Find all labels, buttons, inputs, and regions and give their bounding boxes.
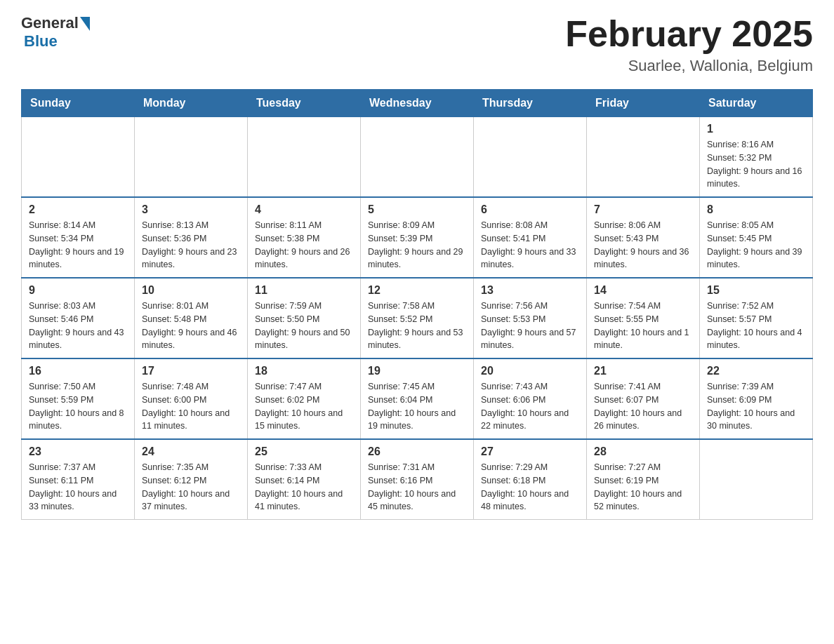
day-number: 10 — [142, 284, 240, 297]
day-info: Sunrise: 8:11 AM Sunset: 5:38 PM Dayligh… — [255, 219, 353, 271]
calendar-cell: 11Sunrise: 7:59 AM Sunset: 5:50 PM Dayli… — [248, 278, 361, 358]
calendar-cell: 27Sunrise: 7:29 AM Sunset: 6:18 PM Dayli… — [474, 439, 587, 520]
day-info: Sunrise: 8:09 AM Sunset: 5:39 PM Dayligh… — [368, 219, 466, 271]
day-info: Sunrise: 7:39 AM Sunset: 6:09 PM Dayligh… — [707, 380, 805, 433]
calendar-cell: 5Sunrise: 8:09 AM Sunset: 5:39 PM Daylig… — [361, 197, 474, 278]
day-info: Sunrise: 7:43 AM Sunset: 6:06 PM Dayligh… — [481, 380, 579, 433]
day-number: 20 — [481, 365, 579, 377]
calendar-cell: 7Sunrise: 8:06 AM Sunset: 5:43 PM Daylig… — [587, 197, 700, 278]
calendar-week-row: 23Sunrise: 7:37 AM Sunset: 6:11 PM Dayli… — [22, 439, 813, 520]
day-number: 19 — [368, 365, 466, 377]
day-info: Sunrise: 7:48 AM Sunset: 6:00 PM Dayligh… — [142, 380, 240, 433]
calendar-cell: 2Sunrise: 8:14 AM Sunset: 5:34 PM Daylig… — [22, 197, 135, 278]
day-number: 28 — [594, 445, 692, 458]
day-info: Sunrise: 8:13 AM Sunset: 5:36 PM Dayligh… — [142, 219, 240, 271]
day-info: Sunrise: 8:05 AM Sunset: 5:45 PM Dayligh… — [707, 219, 805, 271]
calendar-cell: 1Sunrise: 8:16 AM Sunset: 5:32 PM Daylig… — [700, 117, 813, 198]
weekday-header-sunday: Sunday — [22, 90, 135, 117]
weekday-header-thursday: Thursday — [474, 90, 587, 117]
day-number: 1 — [707, 123, 805, 135]
calendar-cell — [474, 117, 587, 198]
weekday-header-friday: Friday — [587, 90, 700, 117]
calendar-cell: 25Sunrise: 7:33 AM Sunset: 6:14 PM Dayli… — [248, 439, 361, 520]
day-number: 15 — [707, 284, 805, 297]
day-info: Sunrise: 8:14 AM Sunset: 5:34 PM Dayligh… — [29, 219, 127, 271]
day-info: Sunrise: 7:31 AM Sunset: 6:16 PM Dayligh… — [368, 461, 466, 514]
calendar-cell — [587, 117, 700, 198]
calendar-week-row: 16Sunrise: 7:50 AM Sunset: 5:59 PM Dayli… — [22, 358, 813, 439]
day-number: 25 — [255, 445, 353, 458]
calendar-cell: 6Sunrise: 8:08 AM Sunset: 5:41 PM Daylig… — [474, 197, 587, 278]
day-number: 18 — [255, 365, 353, 377]
day-info: Sunrise: 7:52 AM Sunset: 5:57 PM Dayligh… — [707, 300, 805, 352]
title-block: February 2025 Suarlee, Wallonia, Belgium — [565, 14, 813, 75]
day-number: 6 — [481, 203, 579, 216]
logo-general-text: General — [21, 14, 79, 32]
day-number: 2 — [29, 203, 127, 216]
day-info: Sunrise: 7:45 AM Sunset: 6:04 PM Dayligh… — [368, 380, 466, 433]
day-info: Sunrise: 7:35 AM Sunset: 6:12 PM Dayligh… — [142, 461, 240, 514]
calendar-cell — [248, 117, 361, 198]
day-info: Sunrise: 7:29 AM Sunset: 6:18 PM Dayligh… — [481, 461, 579, 514]
day-number: 23 — [29, 445, 127, 458]
day-info: Sunrise: 8:01 AM Sunset: 5:48 PM Dayligh… — [142, 300, 240, 352]
day-number: 12 — [368, 284, 466, 297]
calendar-cell — [135, 117, 248, 198]
weekday-header-wednesday: Wednesday — [361, 90, 474, 117]
day-number: 4 — [255, 203, 353, 216]
calendar-cell: 13Sunrise: 7:56 AM Sunset: 5:53 PM Dayli… — [474, 278, 587, 358]
day-number: 24 — [142, 445, 240, 458]
calendar-cell: 20Sunrise: 7:43 AM Sunset: 6:06 PM Dayli… — [474, 358, 587, 439]
day-info: Sunrise: 7:41 AM Sunset: 6:07 PM Dayligh… — [594, 380, 692, 433]
location-subtitle: Suarlee, Wallonia, Belgium — [565, 57, 813, 75]
calendar-cell: 3Sunrise: 8:13 AM Sunset: 5:36 PM Daylig… — [135, 197, 248, 278]
calendar-cell — [361, 117, 474, 198]
day-number: 27 — [481, 445, 579, 458]
calendar-week-row: 1Sunrise: 8:16 AM Sunset: 5:32 PM Daylig… — [22, 117, 813, 198]
calendar-cell: 4Sunrise: 8:11 AM Sunset: 5:38 PM Daylig… — [248, 197, 361, 278]
calendar-cell: 14Sunrise: 7:54 AM Sunset: 5:55 PM Dayli… — [587, 278, 700, 358]
logo-arrow-icon — [80, 17, 90, 31]
calendar-cell: 12Sunrise: 7:58 AM Sunset: 5:52 PM Dayli… — [361, 278, 474, 358]
day-number: 13 — [481, 284, 579, 297]
calendar-cell: 26Sunrise: 7:31 AM Sunset: 6:16 PM Dayli… — [361, 439, 474, 520]
day-info: Sunrise: 7:37 AM Sunset: 6:11 PM Dayligh… — [29, 461, 127, 514]
day-info: Sunrise: 7:54 AM Sunset: 5:55 PM Dayligh… — [594, 300, 692, 352]
day-number: 26 — [368, 445, 466, 458]
day-number: 17 — [142, 365, 240, 377]
month-title: February 2025 — [565, 14, 813, 54]
calendar-cell: 28Sunrise: 7:27 AM Sunset: 6:19 PM Dayli… — [587, 439, 700, 520]
day-info: Sunrise: 8:08 AM Sunset: 5:41 PM Dayligh… — [481, 219, 579, 271]
calendar-cell: 21Sunrise: 7:41 AM Sunset: 6:07 PM Dayli… — [587, 358, 700, 439]
day-number: 7 — [594, 203, 692, 216]
day-number: 5 — [368, 203, 466, 216]
calendar-week-row: 2Sunrise: 8:14 AM Sunset: 5:34 PM Daylig… — [22, 197, 813, 278]
day-number: 16 — [29, 365, 127, 377]
day-number: 14 — [594, 284, 692, 297]
day-info: Sunrise: 7:27 AM Sunset: 6:19 PM Dayligh… — [594, 461, 692, 514]
day-info: Sunrise: 7:50 AM Sunset: 5:59 PM Dayligh… — [29, 380, 127, 433]
calendar-cell: 19Sunrise: 7:45 AM Sunset: 6:04 PM Dayli… — [361, 358, 474, 439]
weekday-header-row: SundayMondayTuesdayWednesdayThursdayFrid… — [22, 90, 813, 117]
calendar-cell — [22, 117, 135, 198]
logo-top: General — [21, 14, 90, 32]
day-info: Sunrise: 8:16 AM Sunset: 5:32 PM Dayligh… — [707, 138, 805, 191]
day-info: Sunrise: 8:03 AM Sunset: 5:46 PM Dayligh… — [29, 300, 127, 352]
day-number: 21 — [594, 365, 692, 377]
day-number: 3 — [142, 203, 240, 216]
day-info: Sunrise: 7:47 AM Sunset: 6:02 PM Dayligh… — [255, 380, 353, 433]
calendar-cell: 23Sunrise: 7:37 AM Sunset: 6:11 PM Dayli… — [22, 439, 135, 520]
calendar-week-row: 9Sunrise: 8:03 AM Sunset: 5:46 PM Daylig… — [22, 278, 813, 358]
day-info: Sunrise: 7:56 AM Sunset: 5:53 PM Dayligh… — [481, 300, 579, 352]
calendar-cell: 17Sunrise: 7:48 AM Sunset: 6:00 PM Dayli… — [135, 358, 248, 439]
day-info: Sunrise: 8:06 AM Sunset: 5:43 PM Dayligh… — [594, 219, 692, 271]
calendar-cell: 22Sunrise: 7:39 AM Sunset: 6:09 PM Dayli… — [700, 358, 813, 439]
page-header: General Blue February 2025 Suarlee, Wall… — [21, 14, 813, 75]
calendar-cell: 8Sunrise: 8:05 AM Sunset: 5:45 PM Daylig… — [700, 197, 813, 278]
weekday-header-monday: Monday — [135, 90, 248, 117]
day-info: Sunrise: 7:58 AM Sunset: 5:52 PM Dayligh… — [368, 300, 466, 352]
calendar-cell: 16Sunrise: 7:50 AM Sunset: 5:59 PM Dayli… — [22, 358, 135, 439]
calendar-cell: 10Sunrise: 8:01 AM Sunset: 5:48 PM Dayli… — [135, 278, 248, 358]
calendar-cell: 24Sunrise: 7:35 AM Sunset: 6:12 PM Dayli… — [135, 439, 248, 520]
calendar-table: SundayMondayTuesdayWednesdayThursdayFrid… — [21, 89, 813, 520]
